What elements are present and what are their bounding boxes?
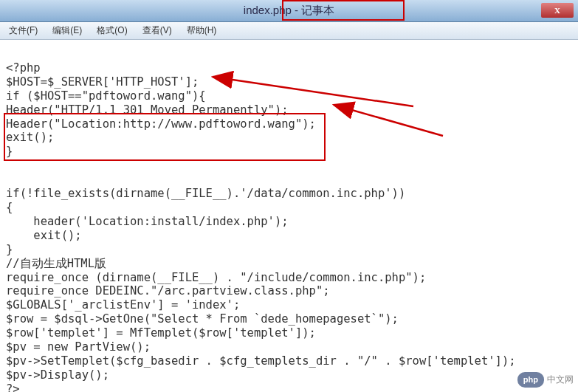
code-line: $HOST=$_SERVER['HTTP_HOST']; [6, 75, 199, 89]
code-line: } [6, 243, 13, 256]
titlebar: index.php - 记事本 X [0, 0, 578, 22]
code-line: $pv->SetTemplet($cfg_basedir . $cfg_temp… [6, 354, 516, 368]
code-line: //自动生成HTML版 [6, 257, 106, 270]
code-line: require_once DEDEINC."/arc.partview.clas… [6, 284, 330, 298]
code-line: <?php [6, 61, 41, 75]
menu-format[interactable]: 格式(O) [92, 23, 131, 38]
watermark-badge: php [517, 372, 544, 388]
code-line: if ($HOST=="pdftoword.wang"){ [6, 89, 206, 103]
code-line: Header("Location:http://www.pdftoword.wa… [6, 117, 316, 131]
menubar: 文件(F) 编辑(E) 格式(O) 查看(V) 帮助(H) [0, 22, 578, 40]
code-line: exit(); [6, 229, 82, 242]
code-line: header('Location:install/index.php'); [6, 215, 289, 228]
close-button[interactable]: X [541, 3, 574, 18]
close-icon: X [554, 6, 560, 15]
code-line: require_once (dirname(__FILE__) . "/incl… [6, 271, 426, 284]
code-line: $row['templet'] = MfTemplet($row['temple… [6, 326, 316, 340]
watermark: php 中文网 [517, 372, 574, 388]
menu-file[interactable]: 文件(F) [4, 23, 42, 38]
code-line: $row = $dsql->GetOne("Select * From `ded… [6, 312, 399, 326]
code-line: if(!file_exists(dirname(__FILE__).'/data… [6, 187, 405, 200]
menu-edit[interactable]: 编辑(E) [48, 23, 86, 38]
svg-line-2 [334, 105, 443, 136]
code-line: ?> [6, 382, 20, 392]
watermark-text: 中文网 [547, 374, 574, 385]
code-line: { [6, 201, 13, 214]
code-line: $pv = new PartView(); [6, 340, 151, 354]
code-line: exit(); [6, 131, 54, 144]
menu-view[interactable]: 查看(V) [138, 23, 176, 38]
code-line: } [6, 145, 13, 158]
menu-help[interactable]: 帮助(H) [182, 23, 221, 38]
code-line: $pv->Display(); [6, 368, 109, 382]
window-title: index.php - 记事本 [244, 4, 334, 18]
svg-line-1 [213, 77, 413, 106]
code-line: $GLOBALS['_arclistEnv'] = 'index'; [6, 298, 240, 312]
editor-area[interactable]: <?php $HOST=$_SERVER['HTTP_HOST']; if ($… [0, 40, 578, 392]
code-line: Header("HTTP/1.1 301 Moved Permanently")… [6, 103, 289, 117]
